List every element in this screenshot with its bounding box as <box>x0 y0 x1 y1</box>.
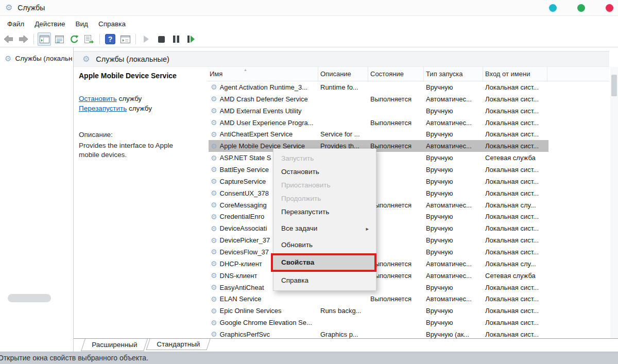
context-menu-item-label: Справка <box>281 276 308 284</box>
help-icon[interactable]: ? <box>104 32 117 46</box>
service-gear-icon: ⚙ <box>211 107 217 114</box>
service-cell: Выполняется <box>368 142 424 150</box>
service-row[interactable]: ⚙CredentialEnroВручнуюЛокальная сист... <box>209 211 548 222</box>
service-row[interactable]: ⚙AntiCheatExpert ServiceService for ...В… <box>209 128 548 140</box>
context-menu-item: Продолжить <box>273 192 376 205</box>
column-header-name[interactable]: ▲ Имя <box>208 67 318 81</box>
service-row[interactable]: ⚙ELAN ServiceВыполняетсяАвтоматичес...Ло… <box>209 293 548 305</box>
context-menu-item-label: Перезапустить <box>281 208 329 216</box>
column-header-logon-as[interactable]: Вход от имени <box>483 67 547 81</box>
service-cell: Локальная сист... <box>483 284 547 291</box>
service-name: DeviceAssociati <box>220 224 267 232</box>
bottom-tabs: Расширенный Стандартный <box>74 339 618 352</box>
refresh-icon[interactable] <box>67 32 81 46</box>
service-row[interactable]: ⚙DevicePicker_37ВручнуюЛокальная сист... <box>209 234 548 246</box>
service-row[interactable]: ⚙Agent Activation Runtime_3...Runtime fo… <box>209 81 548 93</box>
column-header-description[interactable]: Описание <box>318 67 368 81</box>
show-action-pane-icon[interactable] <box>118 32 132 46</box>
context-menu-item: Приостановить <box>273 179 376 192</box>
service-cell: Локальная сист... <box>483 224 547 232</box>
service-row[interactable]: ⚙CoreMessagingВыполняетсяАвтоматичес...Л… <box>209 199 548 211</box>
services-gear-icon: ⚙ <box>5 55 11 62</box>
forward-icon[interactable] <box>16 32 30 46</box>
stop-service-link[interactable]: Остановить <box>79 95 117 102</box>
restart-service-line: Перезапустить службу <box>79 103 208 113</box>
context-menu-item[interactable]: Обновить <box>273 238 376 252</box>
tab-standard[interactable]: Стандартный <box>146 339 211 350</box>
service-name: DNS-клиент <box>220 272 258 280</box>
context-menu-item[interactable]: Остановить <box>273 165 376 179</box>
service-row[interactable]: ⚙DevicesFlow_37ВручнуюЛокальная сист... <box>209 246 548 258</box>
service-cell: ⚙ELAN Service <box>209 295 318 303</box>
service-name: AntiCheatExpert Service <box>220 130 293 138</box>
vertical-scrollbar[interactable] <box>610 67 618 338</box>
service-gear-icon: ⚙ <box>211 272 217 279</box>
services-gear-icon: ⚙ <box>5 4 12 12</box>
export-list-icon[interactable] <box>82 32 96 46</box>
selected-service-name: Apple Mobile Device Service <box>79 72 208 80</box>
start-service-icon[interactable] <box>140 32 153 46</box>
service-gear-icon: ⚙ <box>211 166 217 173</box>
service-row[interactable]: ⚙DNS-клиентВыполняетсяАвтоматичес...Сете… <box>209 270 548 282</box>
service-row[interactable]: ⚙AMD Crash Defender ServiceВыполняетсяАв… <box>209 93 548 105</box>
service-name: AMD External Events Utility <box>220 107 302 115</box>
service-cell: Локальная сист... <box>483 119 547 127</box>
context-menu-item[interactable]: Все задачи▸ <box>273 222 376 235</box>
service-row[interactable]: ⚙AMD External Events UtilityВручнуюЛокал… <box>209 105 548 117</box>
services-table: ⚙Agent Activation Runtime_3...Runtime fo… <box>209 81 548 338</box>
service-cell: Автоматичес... <box>424 95 483 103</box>
service-gear-icon: ⚙ <box>211 331 217 338</box>
service-gear-icon: ⚙ <box>211 154 217 162</box>
stop-service-icon[interactable] <box>154 32 168 46</box>
service-gear-icon: ⚙ <box>211 307 217 315</box>
service-row[interactable]: ⚙DHCP-клиентВыполняетсяАвтоматичес...Лок… <box>209 258 548 270</box>
service-row[interactable]: ⚙CaptureServiceВручнуюЛокальная сист... <box>209 176 548 187</box>
stop-service-suffix: службу <box>117 95 142 102</box>
column-header-startup-type[interactable]: Тип запуска <box>424 67 483 81</box>
service-row[interactable]: ⚙Apple Mobile Device ServiceProvides th.… <box>209 140 548 152</box>
service-gear-icon: ⚙ <box>211 225 217 232</box>
service-row[interactable]: ⚙AMD User Experience Progra...Выполняетс… <box>209 117 548 129</box>
service-name: BattlEye Service <box>220 166 269 174</box>
service-row[interactable]: ⚙ConsentUX_378ВручнуюЛокальная сист... <box>209 187 548 199</box>
menu-view[interactable]: Вид <box>73 19 91 29</box>
service-name: CredentialEnro <box>220 213 265 220</box>
menu-file[interactable]: Файл <box>5 19 27 29</box>
back-icon[interactable] <box>2 32 15 46</box>
scrollbar-thumb[interactable] <box>611 75 617 96</box>
service-row[interactable]: ⚙Epic Online ServicesRuns backg...Вручну… <box>209 305 548 317</box>
tree-item-services-local[interactable]: ⚙ Службы (локальн <box>0 51 73 65</box>
service-cell: Вручную <box>424 166 483 174</box>
service-row[interactable]: ⚙DeviceAssociatiВручнуюЛокальная сист... <box>209 222 548 234</box>
service-gear-icon: ⚙ <box>211 237 217 244</box>
annotation-dots <box>528 4 613 12</box>
properties-icon[interactable] <box>53 32 66 46</box>
restart-service-icon[interactable] <box>184 32 198 46</box>
services-table-header: ▲ Имя Описание Состояние Тип запуска Вхо… <box>208 67 609 81</box>
context-menu-item-label: Все задачи <box>281 224 317 232</box>
service-row[interactable]: ⚙EasyAntiCheatВручнуюЛокальная сист... <box>209 282 548 293</box>
service-row[interactable]: ⚙Google Chrome Elevation Se...ВручнуюЛок… <box>209 317 548 328</box>
show-console-tree-icon[interactable] <box>38 32 51 46</box>
service-row[interactable]: ⚙ASP.NET State SВручнуюСетевая служба <box>209 152 548 164</box>
restart-service-link[interactable]: Перезапустить <box>79 105 127 112</box>
service-name: CoreMessaging <box>220 201 267 209</box>
menu-action[interactable]: Действие <box>32 19 67 29</box>
service-cell: Вручную <box>424 154 483 162</box>
tab-extended[interactable]: Расширенный <box>81 339 148 351</box>
service-gear-icon: ⚙ <box>211 213 217 220</box>
tab-standard-label: Стандартный <box>157 339 200 350</box>
menu-help[interactable]: Справка <box>96 19 128 29</box>
context-menu-item[interactable]: Перезапустить <box>273 205 376 219</box>
service-name: Google Chrome Elevation Se... <box>220 319 312 326</box>
column-header-status[interactable]: Состояние <box>368 67 424 81</box>
service-row[interactable]: ⚙BattlEye ServiceВручнуюЛокальная сист..… <box>209 164 548 176</box>
service-cell: ⚙AntiCheatExpert Service <box>209 130 318 138</box>
service-name: DevicesFlow_37 <box>220 248 269 256</box>
service-cell: Локальная сист... <box>483 107 547 115</box>
service-row[interactable]: ⚙GraphicsPerfSvcGraphics p...Вручную (ак… <box>209 328 548 338</box>
service-cell: Graphics p... <box>318 331 368 338</box>
context-menu-item[interactable]: Справка <box>273 274 376 287</box>
pause-service-icon[interactable] <box>169 32 183 46</box>
services-window: ⚙ Службы Файл Действие Вид Справка <box>0 0 618 364</box>
